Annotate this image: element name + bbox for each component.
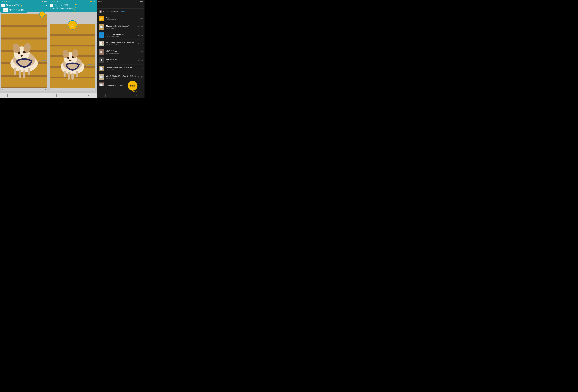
fm-item-meta: Nov 8, 2019 4:21 PM [106, 36, 136, 37]
fm-item-name: 156747917.jpg [106, 50, 136, 52]
bottom-nav-2: ||| ○ < [48, 93, 97, 98]
fm-item-icon: 📝 [99, 41, 104, 46]
pdf-label-2: PDF [51, 5, 52, 6]
fm-item-icon: 📁 [99, 16, 104, 21]
fm-item-meta: May 29 10:44 AM [106, 19, 137, 21]
fm-item-info: 156747917.jpg Sep 3, 2019 2:09 PM [106, 50, 136, 54]
time-2: 12:31 [50, 1, 53, 2]
fm-item-icon: 📄 [99, 66, 104, 71]
page-preview-1 [1, 14, 47, 88]
fab-label-1: PDF [41, 14, 43, 15]
fm-item-meta: Sep 3, 2019 2:09 PM [106, 52, 136, 54]
fm-item-size: 1 item [139, 18, 143, 19]
fm-list-item[interactable]: 📄 5 Ingredient Keto Recipes.pdf Aug 18 1… [97, 23, 144, 31]
fm-item-icon: ✱ [99, 57, 104, 63]
battery-pct-2: 79 [56, 1, 58, 2]
fm-file-list: 📁 ICQ May 29 10:44 AM 1 item 📄 5 Ingredi… [97, 14, 144, 86]
dropdown-arrow-2[interactable]: ▾ [95, 4, 95, 6]
expand-row-2[interactable]: ⌄ [50, 10, 95, 12]
svg-point-32 [67, 57, 69, 59]
home-nav-1[interactable]: ○ [24, 94, 25, 97]
page-info-2: 1/1 [50, 89, 53, 91]
page-footer-2: 1/1 ✓ [50, 88, 95, 91]
expand-icon-2[interactable]: ⌄ [72, 10, 73, 12]
menu-nav-1[interactable]: ||| [7, 94, 9, 97]
fm-item-name: 12th_doctor_theme.mp3 [106, 33, 136, 35]
home-nav-2[interactable]: ○ [72, 94, 73, 97]
fm-item-name: 595268340.jpg [106, 58, 136, 60]
back-nav-1[interactable]: < [40, 94, 41, 97]
check-icon-2: ✓ [93, 89, 95, 91]
svg-point-14 [23, 51, 26, 53]
fm-item-icon: 🎵 [99, 33, 104, 38]
fm-bottom-nav: ||| ○ < [97, 93, 144, 98]
fm-add-button[interactable]: + [141, 4, 143, 7]
pdf-fab-1[interactable]: ↓ PDF [39, 11, 45, 17]
back-nav-2[interactable]: < [88, 94, 90, 97]
svg-rect-19 [28, 68, 30, 75]
fm-list-item[interactable]: 📁 ICQ May 29 10:44 AM 1 item [97, 14, 144, 23]
battery-icon-2: 🔋 [54, 1, 56, 2]
dropdown-arrow-1[interactable]: ▾ [46, 4, 47, 6]
status-bar-1: 12:31 🔋 79 📶 70% [0, 0, 48, 3]
print-content-1: ↓ PDF [0, 12, 48, 93]
fm-back-nav[interactable]: < [136, 94, 137, 97]
print-options-2: Copies: 01 Paper size: Letter [50, 7, 95, 10]
svg-rect-38 [76, 71, 78, 77]
annotation-dot-title-2 [75, 4, 77, 5]
dog-svg-1 [1, 14, 47, 88]
fm-item-info: 021519 Tiny Homes In NC Memo.pdf Jun 20 … [106, 42, 136, 45]
fm-list-item[interactable]: 📝 021519 Tiny Homes In NC Memo.pdf Jun 2… [97, 39, 144, 48]
fm-item-meta: Nov 13, 2019 [106, 61, 136, 62]
svg-point-15 [20, 55, 23, 57]
pdf-fab-large-2[interactable]: ↓ PDF [68, 20, 77, 30]
download-arrow-1: ↓ [3, 4, 3, 5]
status-bar-2: 12:31 🔋 79 📶 70% [48, 0, 97, 3]
fm-item-size: 454 KB [138, 35, 143, 36]
fm-status-bar: 12:31 69% [97, 0, 144, 3]
svg-rect-17 [23, 70, 25, 78]
fm-list-item[interactable]: 📄 cdbbf5_83a6b1f2f9...b0fad49448d2.pdf M… [97, 73, 144, 81]
copies-option-2: Copies: 01 [50, 7, 58, 9]
fm-item-icon: 🖼 [99, 49, 104, 55]
time-1: 12:31 [1, 1, 5, 2]
fm-item-meta: May 17 6:41 PM [106, 77, 136, 79]
print-header-2: ↓ PDF Save as PDF ▾ Copies: 01 Paper siz… [48, 3, 97, 12]
save-label-container: Save [97, 90, 144, 93]
fm-item-size: 133 KB [138, 51, 143, 53]
breadcrumb-internal[interactable]: Internal storage [105, 11, 117, 13]
download-arrow-2: ↓ [51, 4, 52, 5]
fm-list-item[interactable]: 🖼 156747917.jpg Sep 3, 2019 2:09 PM 133 … [97, 48, 144, 56]
fm-back-button[interactable]: ‹ [99, 4, 99, 7]
fm-battery: 69% [140, 1, 143, 2]
wifi-icon-1: 📶 [42, 1, 44, 2]
wifi-icon-2: 📶 [90, 1, 92, 2]
fm-menu-nav[interactable]: ||| [104, 94, 106, 97]
menu-nav-2[interactable]: ||| [56, 94, 57, 97]
check-icon-1: ✓ [45, 89, 46, 91]
bottom-nav-1: ||| ○ < [0, 93, 48, 98]
fm-item-name: Carrboro-United-menu-3.24.20.pdf [106, 67, 135, 69]
fm-home-nav[interactable]: ○ [120, 94, 122, 97]
fm-list-item[interactable]: 📄 Carrboro-United-menu-3.24.20.pdf Mar 2… [97, 65, 144, 73]
pdf-label-1: PDF [2, 5, 4, 6]
svg-point-13 [18, 51, 20, 54]
svg-point-34 [69, 60, 71, 61]
fm-list-item[interactable]: ✱ 595268340.jpg Nov 13, 2019 657 KB [97, 56, 144, 65]
fm-item-info: 5 Ingredient Keto Recipes.pdf Aug 18 1:1… [106, 25, 136, 29]
print-title-row-1: ↓ PDF Save as PDF ▾ [1, 4, 47, 7]
pdf-icon-small-2: ↓ PDF [50, 4, 53, 7]
fm-item-size: 312 KB [138, 76, 143, 78]
fab-label-large-2: PDF [71, 26, 74, 27]
paper-label-2: Paper size: [60, 7, 69, 9]
svg-rect-37 [63, 71, 66, 77]
fm-list-item[interactable]: 🎵 12th_doctor_theme.mp3 Nov 8, 2019 4:21… [97, 31, 144, 39]
tooltip-pdf-label-1: PDF [5, 10, 6, 11]
paper-value-2: Letter [69, 7, 74, 9]
page-info-1: 1/1 [2, 89, 4, 91]
print-content-2: ↓ PDF [48, 12, 97, 93]
home-icon[interactable]: 🏠 [99, 10, 102, 13]
file-manager: 12:31 69% ‹ + 🏠 ▶ Internal storage ▶ Dow… [97, 0, 144, 98]
tooltip-1: ↓ PDF Save as PDF [1, 7, 27, 13]
breadcrumb-download[interactable]: Download [119, 11, 127, 13]
